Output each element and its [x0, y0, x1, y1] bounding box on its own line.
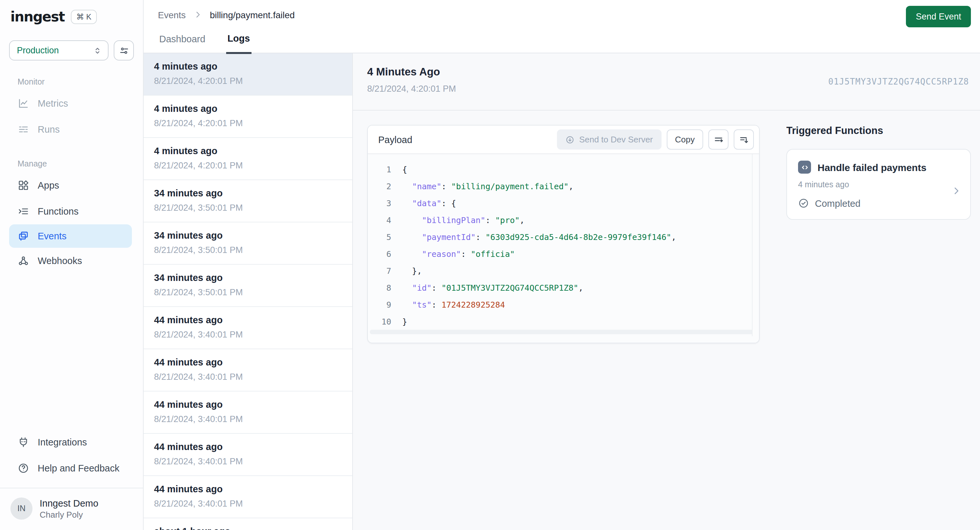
runs-icon [18, 124, 29, 135]
line-number: 10 [368, 316, 391, 326]
environment-label: Production [17, 46, 93, 55]
code-line: 1 { [368, 161, 759, 177]
wrap-text-icon [713, 134, 724, 145]
help-circle-icon [18, 462, 29, 474]
function-card[interactable]: Handle failed payments 4 minutes ago Com [786, 149, 971, 220]
event-row[interactable]: 44 minutes ago 8/21/2024, 3:40:01 PM [144, 476, 352, 518]
function-title: Handle failed payments [818, 161, 926, 172]
wrap-text-button[interactable] [708, 129, 729, 150]
event-id: 01J5TMY3VJTZ2QG74QCC5RP1Z8 [828, 77, 969, 86]
event-timestamp: 8/21/2024, 3:40:01 PM [154, 372, 342, 382]
keyboard-shortcut-badge[interactable]: ⌘ K [71, 10, 97, 24]
function-icon [798, 161, 811, 174]
code-line: 8 "id": "01J5TMY3VJTZ2QG74QCC5RP1Z8", [368, 279, 759, 296]
line-number: 9 [368, 300, 391, 309]
event-row[interactable]: 44 minutes ago 8/21/2024, 3:40:01 PM [144, 391, 352, 434]
event-relative-time: 4 minutes ago [154, 61, 342, 72]
sidebar: inngest ⌘ K Production Monitor Metrics [0, 0, 144, 530]
tabs: Dashboard Logs [158, 29, 980, 53]
function-status: Completed [798, 198, 960, 209]
event-timestamp: 8/21/2024, 4:20:01 PM [154, 161, 342, 170]
send-event-button[interactable]: Send Event [906, 6, 971, 27]
event-relative-time: 44 minutes ago [154, 484, 342, 494]
chevron-up-down-icon [93, 46, 102, 55]
event-relative-time: 44 minutes ago [154, 399, 342, 410]
event-row[interactable]: 4 minutes ago 8/21/2024, 4:20:01 PM [144, 53, 352, 96]
scrollbar-vertical[interactable] [752, 154, 759, 336]
environment-settings-button[interactable] [114, 40, 134, 61]
section-label-manage: Manage [18, 159, 143, 168]
event-relative-time: 44 minutes ago [154, 442, 342, 452]
expand-lines-button[interactable] [734, 129, 754, 150]
sidebar-item-help[interactable]: Help and Feedback [0, 455, 143, 481]
sidebar-item-label: Help and Feedback [38, 463, 119, 473]
sidebar-item-webhooks[interactable]: Webhooks [0, 248, 143, 274]
event-row[interactable]: 4 minutes ago 8/21/2024, 4:20:01 PM [144, 138, 352, 180]
event-timestamp: 8/21/2024, 3:50:01 PM [154, 245, 342, 255]
code-line: 5 "paymentId": "6303d925-cda5-4d64-8b2e-… [368, 228, 759, 245]
event-relative-time: 44 minutes ago [154, 315, 342, 325]
payload-header: Payload Send to Dev Server Copy [368, 126, 759, 154]
event-row[interactable]: 34 minutes ago 8/21/2024, 3:50:01 PM [144, 222, 352, 265]
copy-button[interactable]: Copy [667, 129, 703, 150]
event-timestamp: 8/21/2024, 3:50:01 PM [154, 287, 342, 297]
detail-header: 4 Minutes Ago 8/21/2024, 4:20:01 PM 01J5… [353, 53, 980, 110]
user-menu[interactable]: IN Inngest Demo Charly Poly [0, 496, 143, 524]
function-time: 4 minutes ago [798, 180, 960, 189]
event-relative-time: 34 minutes ago [154, 188, 342, 198]
sidebar-item-apps[interactable]: Apps [0, 172, 143, 198]
breadcrumb: Events billing/payment.failed [158, 0, 980, 29]
event-row[interactable]: 34 minutes ago 8/21/2024, 3:50:01 PM [144, 265, 352, 307]
event-timestamp: 8/21/2024, 3:50:01 PM [154, 203, 342, 213]
code-editor[interactable]: 1 { 2 "name": "billing/payment.failed", … [368, 154, 759, 343]
sidebar-item-label: Metrics [38, 98, 68, 109]
sidebar-item-label: Apps [38, 180, 59, 190]
payload-title: Payload [378, 134, 557, 145]
sidebar-item-events[interactable]: Events [9, 224, 132, 248]
event-row[interactable]: 44 minutes ago 8/21/2024, 3:40:01 PM [144, 307, 352, 349]
code-line: 6 "reason": "officia" [368, 245, 759, 262]
tab-dashboard[interactable]: Dashboard [158, 29, 207, 53]
event-row[interactable]: 4 minutes ago 8/21/2024, 4:20:01 PM [144, 96, 352, 138]
line-number: 7 [368, 266, 391, 275]
event-row[interactable]: 34 minutes ago 8/21/2024, 3:50:01 PM [144, 180, 352, 222]
sidebar-item-label: Runs [38, 124, 60, 135]
scrollbar-horizontal[interactable] [370, 330, 757, 334]
user-name: Charly Poly [40, 509, 99, 519]
sidebar-item-label: Events [38, 231, 67, 241]
sliders-icon [119, 45, 129, 56]
send-to-dev-server-button[interactable]: Send to Dev Server [557, 129, 661, 150]
section-label-monitor: Monitor [18, 77, 143, 86]
topbar: Events billing/payment.failed Dashboard … [144, 0, 980, 53]
event-list: 4 minutes ago 8/21/2024, 4:20:01 PM 4 mi… [144, 53, 353, 530]
sidebar-item-integrations[interactable]: Integrations [0, 429, 143, 455]
functions-icon [18, 206, 29, 217]
sidebar-item-functions[interactable]: Functions [0, 198, 143, 224]
event-timestamp: 8/21/2024, 4:20:01 PM [154, 76, 342, 86]
chevron-right-icon [194, 10, 202, 19]
user-org: Inngest Demo [40, 498, 99, 508]
event-relative-time: 34 minutes ago [154, 230, 342, 241]
event-row[interactable]: 44 minutes ago 8/21/2024, 3:40:01 PM [144, 349, 352, 391]
event-row[interactable]: about 1 hour ago [144, 518, 352, 530]
expand-lines-icon [738, 134, 749, 145]
code-line: 10 } [368, 313, 759, 330]
environment-select[interactable]: Production [9, 40, 108, 61]
detail-title: 4 Minutes Ago [367, 66, 980, 78]
breadcrumb-events-link[interactable]: Events [158, 10, 186, 20]
sidebar-item-runs[interactable]: Runs [0, 117, 143, 142]
tab-logs[interactable]: Logs [226, 29, 251, 54]
event-row[interactable]: 44 minutes ago 8/21/2024, 3:40:01 PM [144, 434, 352, 476]
breadcrumb-current: billing/payment.failed [210, 10, 295, 20]
webhooks-icon [18, 255, 29, 267]
check-circle-icon [798, 198, 809, 209]
metrics-icon [18, 97, 29, 109]
divider [0, 488, 143, 488]
sidebar-item-metrics[interactable]: Metrics [0, 90, 143, 117]
triggered-functions-heading: Triggered Functions [786, 125, 971, 137]
sidebar-item-label: Functions [38, 206, 79, 217]
code-line: 9 "ts": 1724228925284 [368, 296, 759, 313]
detail-body: Payload Send to Dev Server Copy [353, 110, 980, 343]
inngest-logo: inngest [10, 9, 65, 25]
line-number: 3 [368, 198, 391, 208]
